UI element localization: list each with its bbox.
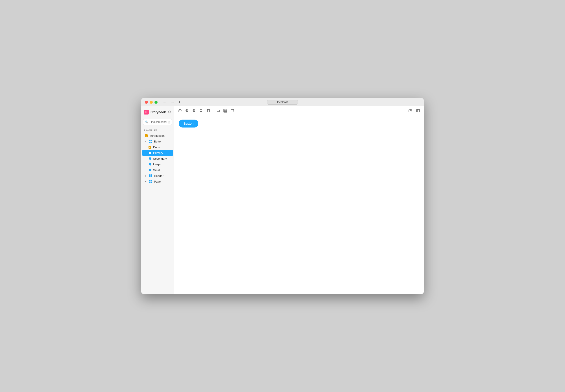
component-icon	[149, 140, 152, 143]
viewport-button-3[interactable]	[229, 108, 235, 113]
storybook-logo: S	[144, 110, 149, 114]
url-text: localhost	[277, 101, 288, 104]
nav-item-label: Docs	[153, 146, 160, 149]
nav-item-label: Large	[153, 163, 160, 166]
open-new-tab-button[interactable]	[407, 108, 413, 113]
reset-zoom-button[interactable]	[177, 108, 183, 113]
toolbar-left	[177, 108, 235, 113]
maximize-button[interactable]	[155, 101, 158, 104]
toolbar-right	[407, 108, 421, 113]
sidebar-item-button-docs[interactable]: D Docs	[142, 144, 173, 150]
sidebar-item-button-small[interactable]: Small	[142, 167, 173, 173]
search-icon: 🔍	[145, 120, 148, 124]
section-chevron-icon: ↕	[170, 129, 172, 132]
story-icon	[145, 134, 148, 137]
nav-item-label: Secondary	[153, 157, 167, 160]
search-bar[interactable]: 🔍 /	[143, 119, 172, 125]
svg-rect-25	[417, 110, 420, 112]
sidebar: S Storybook ⚙ 🔍 / EXAMPLES ↕	[141, 106, 174, 294]
nav-controls: ← → ↻	[162, 100, 182, 104]
title-bar: ← → ↻ localhost	[141, 98, 424, 106]
svg-rect-21	[231, 110, 233, 112]
svg-rect-13	[217, 110, 219, 112]
main-panel: Button	[174, 106, 424, 294]
zoom-in-button[interactable]	[191, 108, 197, 113]
traffic-lights	[145, 101, 158, 104]
settings-button[interactable]: ⚙	[167, 110, 172, 114]
close-button[interactable]	[145, 101, 148, 104]
app-title: Storybook	[150, 110, 166, 114]
nav-item-label: Introduction	[150, 134, 165, 137]
sidebar-item-page[interactable]: ► Page	[142, 179, 173, 184]
preview-button[interactable]: Button	[179, 120, 198, 127]
expand-arrow-icon: ▼	[145, 140, 147, 143]
sidebar-item-button[interactable]: ▼ Button	[142, 139, 173, 144]
viewport-button-2[interactable]	[222, 108, 228, 113]
story-icon-large	[148, 163, 151, 166]
nav-item-label: Primary	[153, 151, 163, 154]
zoom-out-button[interactable]	[184, 108, 190, 113]
expand-arrow-page-icon: ►	[145, 180, 147, 183]
svg-line-1	[188, 111, 189, 112]
svg-line-24	[410, 110, 411, 111]
svg-rect-16	[224, 109, 227, 112]
app-body: S Storybook ⚙ 🔍 / EXAMPLES ↕	[141, 106, 424, 294]
svg-rect-9	[207, 110, 210, 112]
minimize-button[interactable]	[150, 101, 153, 104]
sidebar-item-button-primary[interactable]: Primary	[142, 150, 173, 156]
find-button[interactable]	[198, 108, 204, 113]
sidebar-item-button-large[interactable]: Large	[142, 162, 173, 167]
nav-item-label: Page	[154, 180, 161, 183]
viewport-button-1[interactable]	[215, 108, 221, 113]
examples-section[interactable]: EXAMPLES ↕	[141, 127, 174, 133]
nav-list: Introduction ▼ Button D	[141, 133, 174, 184]
story-icon-secondary	[148, 157, 151, 160]
canvas-area: Button	[174, 115, 424, 294]
sidebar-item-header[interactable]: ► Header	[142, 173, 173, 179]
sidebar-item-introduction[interactable]: Introduction	[142, 133, 173, 139]
logo-area: S Storybook	[144, 110, 166, 114]
frame-button[interactable]	[205, 108, 211, 113]
back-button[interactable]: ←	[162, 100, 167, 104]
toggle-sidebar-button[interactable]	[415, 108, 421, 113]
search-shortcut: /	[168, 121, 170, 124]
docs-icon: D	[148, 146, 151, 149]
nav-item-label: Button	[154, 140, 162, 143]
search-input[interactable]	[150, 120, 167, 124]
sidebar-item-button-secondary[interactable]: Secondary	[142, 156, 173, 161]
story-icon-small	[148, 169, 151, 172]
svg-line-4	[195, 111, 196, 112]
forward-button[interactable]: →	[170, 100, 175, 104]
address-bar[interactable]: localhost	[267, 100, 298, 105]
refresh-button[interactable]: ↻	[178, 100, 182, 104]
expand-arrow-header-icon: ►	[145, 175, 147, 177]
sidebar-header: S Storybook ⚙	[141, 106, 174, 117]
component-icon-header	[149, 174, 152, 178]
component-icon-page	[149, 180, 152, 183]
toolbar	[174, 106, 424, 115]
section-label: EXAMPLES	[144, 129, 157, 132]
nav-item-label: Header	[154, 174, 163, 178]
story-icon-primary	[148, 152, 151, 154]
nav-item-label: Small	[153, 168, 160, 172]
toolbar-divider-1	[213, 109, 213, 113]
svg-line-8	[202, 111, 203, 112]
app-window: ← → ↻ localhost S Storybook ⚙ 🔍	[141, 98, 424, 294]
